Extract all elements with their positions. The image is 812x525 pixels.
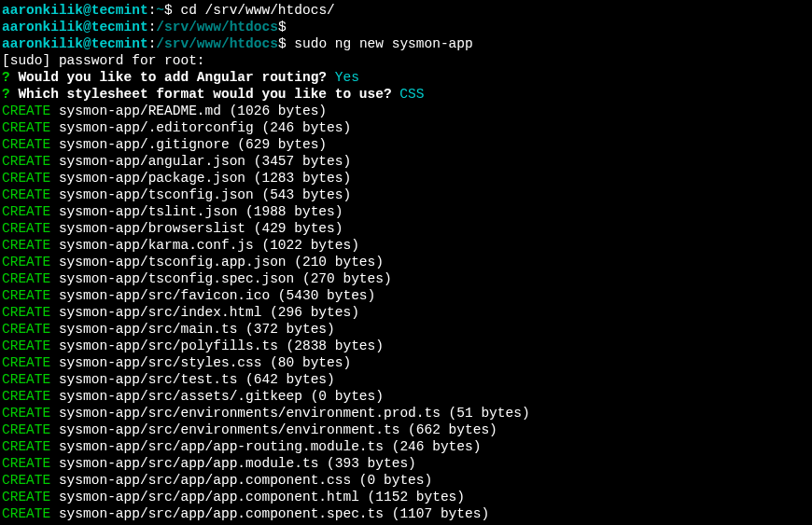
- create-line: CREATE sysmon-app/src/environments/envir…: [2, 421, 810, 438]
- create-line: CREATE sysmon-app/src/assets/.gitkeep (0…: [2, 388, 810, 405]
- create-label: CREATE: [2, 271, 50, 286]
- question-routing: ? Would you like to add Angular routing?…: [2, 69, 810, 86]
- create-file-path: sysmon-app/src/styles.css (80 bytes): [50, 355, 351, 370]
- create-line: CREATE sysmon-app/browserslist (429 byte…: [2, 220, 810, 237]
- create-label: CREATE: [2, 187, 50, 202]
- terminal-output[interactable]: aaronkilik@tecmint:~$ cd /srv/www/htdocs…: [2, 2, 810, 522]
- create-line: CREATE sysmon-app/src/index.html (296 by…: [2, 304, 810, 321]
- create-file-path: sysmon-app/src/app/app.module.ts (393 by…: [50, 456, 416, 471]
- create-label: CREATE: [2, 473, 50, 488]
- question-text: Would you like to add Angular routing?: [10, 70, 327, 85]
- create-line: CREATE sysmon-app/src/app/app.module.ts …: [2, 455, 810, 472]
- command-text: cd /srv/www/htdocs/: [180, 3, 334, 18]
- create-line: CREATE sysmon-app/tsconfig.json (543 byt…: [2, 187, 810, 203]
- question-stylesheet: ? Which stylesheet format would you like…: [2, 86, 810, 103]
- create-label: CREATE: [2, 137, 50, 152]
- create-label: CREATE: [2, 422, 50, 437]
- question-answer: CSS: [392, 87, 425, 102]
- create-label: CREATE: [2, 372, 50, 387]
- create-label: CREATE: [2, 204, 50, 219]
- question-mark-icon: ?: [2, 70, 10, 85]
- create-file-path: sysmon-app/.gitignore (629 bytes): [50, 137, 327, 152]
- create-file-path: sysmon-app/src/app/app.component.spec.ts…: [50, 506, 489, 521]
- prompt-line-2: aaronkilik@tecmint:/srv/www/htdocs$: [2, 19, 810, 35]
- create-file-path: sysmon-app/src/app/app.component.css (0 …: [50, 473, 432, 488]
- prompt-user: aaronkilik@tecmint: [2, 3, 148, 18]
- create-file-path: sysmon-app/src/favicon.ico (5430 bytes): [50, 288, 375, 303]
- create-label: CREATE: [2, 305, 50, 320]
- create-file-path: sysmon-app/src/app/app-routing.module.ts…: [50, 439, 481, 454]
- create-line: CREATE sysmon-app/src/polyfills.ts (2838…: [2, 338, 810, 354]
- create-label: CREATE: [2, 221, 50, 236]
- question-text: Which stylesheet format would you like t…: [10, 87, 392, 102]
- create-line: CREATE sysmon-app/tsconfig.app.json (210…: [2, 254, 810, 270]
- create-line: CREATE sysmon-app/src/environments/envir…: [2, 405, 810, 421]
- command-text: sudo ng new sysmon-app: [294, 36, 472, 51]
- create-file-path: sysmon-app/tsconfig.spec.json (270 bytes…: [50, 271, 391, 286]
- create-label: CREATE: [2, 322, 50, 337]
- create-label: CREATE: [2, 288, 50, 303]
- create-line: CREATE sysmon-app/src/app/app.component.…: [2, 505, 810, 522]
- create-file-path: sysmon-app/package.json (1283 bytes): [50, 171, 351, 186]
- create-label: CREATE: [2, 506, 50, 521]
- create-file-path: sysmon-app/src/environments/environment.…: [50, 406, 529, 421]
- create-line: CREATE sysmon-app/src/app/app.component.…: [2, 472, 810, 489]
- create-line: CREATE sysmon-app/tsconfig.spec.json (27…: [2, 270, 810, 287]
- create-line: CREATE sysmon-app/src/test.ts (642 bytes…: [2, 371, 810, 388]
- create-file-path: sysmon-app/.editorconfig (246 bytes): [50, 120, 351, 135]
- create-file-path: sysmon-app/src/environments/environment.…: [50, 422, 497, 437]
- create-file-path: sysmon-app/karma.conf.js (1022 bytes): [50, 238, 359, 253]
- create-file-path: sysmon-app/src/test.ts (642 bytes): [50, 372, 335, 387]
- prompt-line-3: aaronkilik@tecmint:/srv/www/htdocs$ sudo…: [2, 35, 810, 52]
- create-label: CREATE: [2, 490, 50, 504]
- create-file-path: sysmon-app/angular.json (3457 bytes): [50, 154, 351, 169]
- create-file-path: sysmon-app/src/assets/.gitkeep (0 bytes): [50, 389, 384, 404]
- prompt-dir: /srv/www/htdocs: [156, 36, 278, 51]
- create-line: CREATE sysmon-app/.gitignore (629 bytes): [2, 136, 810, 153]
- create-line: CREATE sysmon-app/tslint.json (1988 byte…: [2, 203, 810, 220]
- create-label: CREATE: [2, 389, 50, 404]
- create-line: CREATE sysmon-app/src/app/app-routing.mo…: [2, 438, 810, 455]
- create-line: CREATE sysmon-app/karma.conf.js (1022 by…: [2, 237, 810, 254]
- create-line: CREATE sysmon-app/src/styles.css (80 byt…: [2, 354, 810, 371]
- create-file-path: sysmon-app/src/polyfills.ts (2838 bytes): [50, 338, 384, 353]
- prompt-user: aaronkilik@tecmint: [2, 36, 148, 51]
- create-label: CREATE: [2, 154, 50, 169]
- sudo-password-line: [sudo] password for root:: [2, 52, 810, 69]
- create-file-path: sysmon-app/browserslist (429 bytes): [50, 221, 343, 236]
- create-line: CREATE sysmon-app/src/favicon.ico (5430 …: [2, 287, 810, 304]
- create-label: CREATE: [2, 171, 50, 186]
- create-file-path: sysmon-app/src/app/app.component.html (1…: [50, 490, 465, 504]
- create-line: CREATE sysmon-app/.editorconfig (246 byt…: [2, 119, 810, 136]
- create-file-path: sysmon-app/src/main.ts (372 bytes): [50, 322, 335, 337]
- create-label: CREATE: [2, 238, 50, 253]
- create-label: CREATE: [2, 104, 50, 118]
- create-label: CREATE: [2, 355, 50, 370]
- create-line: CREATE sysmon-app/src/app/app.component.…: [2, 489, 810, 505]
- prompt-user: aaronkilik@tecmint: [2, 20, 148, 35]
- create-file-path: sysmon-app/tsconfig.json (543 bytes): [50, 187, 351, 202]
- create-line: CREATE sysmon-app/README.md (1026 bytes): [2, 103, 810, 119]
- create-output-list: CREATE sysmon-app/README.md (1026 bytes)…: [2, 103, 810, 522]
- prompt-dir: ~: [156, 3, 164, 18]
- create-file-path: sysmon-app/README.md (1026 bytes): [50, 104, 327, 118]
- question-mark-icon: ?: [2, 87, 10, 102]
- create-file-path: sysmon-app/tslint.json (1988 bytes): [50, 204, 343, 219]
- create-label: CREATE: [2, 456, 50, 471]
- prompt-dir: /srv/www/htdocs: [156, 20, 278, 35]
- create-label: CREATE: [2, 338, 50, 353]
- create-line: CREATE sysmon-app/angular.json (3457 byt…: [2, 153, 810, 170]
- question-answer: Yes: [327, 70, 359, 85]
- create-file-path: sysmon-app/tsconfig.app.json (210 bytes): [50, 255, 384, 269]
- create-line: CREATE sysmon-app/package.json (1283 byt…: [2, 170, 810, 187]
- create-label: CREATE: [2, 255, 50, 269]
- create-file-path: sysmon-app/src/index.html (296 bytes): [50, 305, 359, 320]
- prompt-line-1: aaronkilik@tecmint:~$ cd /srv/www/htdocs…: [2, 2, 810, 19]
- create-label: CREATE: [2, 120, 50, 135]
- create-line: CREATE sysmon-app/src/main.ts (372 bytes…: [2, 321, 810, 338]
- create-label: CREATE: [2, 406, 50, 421]
- create-label: CREATE: [2, 439, 50, 454]
